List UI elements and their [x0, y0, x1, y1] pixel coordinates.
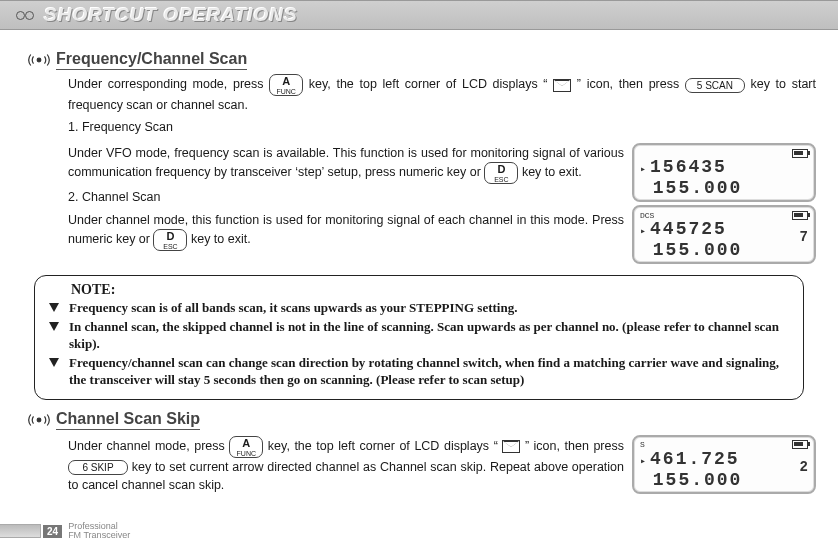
sec1-p1c: ” icon, then press [577, 77, 685, 91]
sec1-chan-para: Under channel mode, this function is use… [68, 211, 624, 251]
page-body: Frequency/Channel Scan Under correspondi… [0, 30, 838, 498]
sec1-intro: Under corresponding mode, press AFUNC ke… [68, 74, 816, 114]
note-item-2: In channel scan, the skipped channel is … [47, 319, 791, 353]
sec1-label1: 1. Frequency Scan [68, 118, 816, 136]
battery-icon [792, 211, 808, 220]
lcd1-row1: 156435 [650, 157, 727, 177]
svg-point-0 [37, 58, 41, 62]
lcd2-channel: 7 [800, 229, 808, 245]
lcd1-row2: 155.000 [653, 178, 743, 198]
envelope-icon [502, 440, 520, 453]
battery-icon [792, 440, 808, 449]
note-box: NOTE: Frequency scan is of all bands sca… [34, 275, 804, 399]
battery-icon [792, 149, 808, 158]
svg-point-1 [37, 418, 41, 422]
sec1-p1a: Under corresponding mode, press [68, 77, 269, 91]
section1-title: Frequency/Channel Scan [56, 50, 247, 70]
radiowave-icon [28, 412, 50, 428]
key-6-skip: 6 SKIP [68, 460, 128, 475]
lcd3-row2: 155.000 [653, 470, 743, 490]
sec2-para: Under channel mode, press AFUNC key, the… [68, 436, 624, 494]
note-item-1: Frequency scan is of all bands scan, it … [47, 300, 791, 317]
sec1-p3b: key to exit. [191, 232, 251, 246]
key-a-func: AFUNC [269, 74, 303, 96]
note-item-3: Frequency/channel scan can change scan d… [47, 355, 791, 389]
page-footer: 24 Professional FM Transceiver [0, 522, 130, 540]
footer-bar [0, 524, 41, 538]
sec1-p3a: Under channel mode, this function is use… [68, 213, 624, 246]
lcd-display-3: S ▸461.725 155.000 2 [632, 435, 816, 494]
key-5-scan: 5 SCAN [685, 78, 745, 93]
section2-heading: Channel Scan Skip [28, 410, 816, 430]
sec1-label2: 2. Channel Scan [68, 188, 624, 206]
triangle-bullet-icon [49, 303, 59, 312]
lcd-stack-2: S ▸461.725 155.000 2 [632, 432, 816, 497]
lcd2-row2: 155.000 [653, 240, 743, 260]
lcd-stack-1: ▸156435 155.000 DCS ▸445725 155.000 7 [632, 140, 816, 267]
sec2-p1d: key to set current arrow directed channe… [68, 460, 624, 492]
sec1-p2b: key to exit. [522, 166, 582, 180]
section2-title: Channel Scan Skip [56, 410, 200, 430]
envelope-icon [553, 79, 571, 92]
sec2-p1b: key, the top left corner of LCD displays… [268, 439, 502, 453]
sec2-p1a: Under channel mode, press [68, 439, 229, 453]
triangle-bullet-icon [49, 358, 59, 367]
sec1-p1b: key, the top left corner of LCD displays… [309, 77, 553, 91]
lcd-display-1: ▸156435 155.000 [632, 143, 816, 202]
lcd2-row1: 445725 [650, 219, 727, 239]
page-number: 24 [43, 525, 62, 538]
key-d-esc-1: DESC [484, 162, 518, 184]
sec1-vfo-para: Under VFO mode, frequency scan is availa… [68, 144, 624, 184]
banner-title: SHORTCUT OPERATIONS [44, 4, 298, 26]
radiowave-icon [28, 52, 50, 68]
sec2-p1c: ” icon, then press [525, 439, 624, 453]
note-title: NOTE: [71, 282, 791, 298]
triangle-bullet-icon [49, 322, 59, 331]
lcd3-channel: 2 [800, 459, 808, 475]
page-banner: SHORTCUT OPERATIONS [0, 0, 838, 30]
section1-heading: Frequency/Channel Scan [28, 50, 816, 70]
banner-bullets [16, 11, 34, 20]
lcd-display-2: DCS ▸445725 155.000 7 [632, 205, 816, 264]
key-d-esc-2: DESC [153, 229, 187, 251]
key-a-func-2: AFUNC [229, 436, 263, 458]
footer-line2: FM Transceiver [68, 531, 130, 540]
lcd3-row1: 461.725 [650, 449, 740, 469]
